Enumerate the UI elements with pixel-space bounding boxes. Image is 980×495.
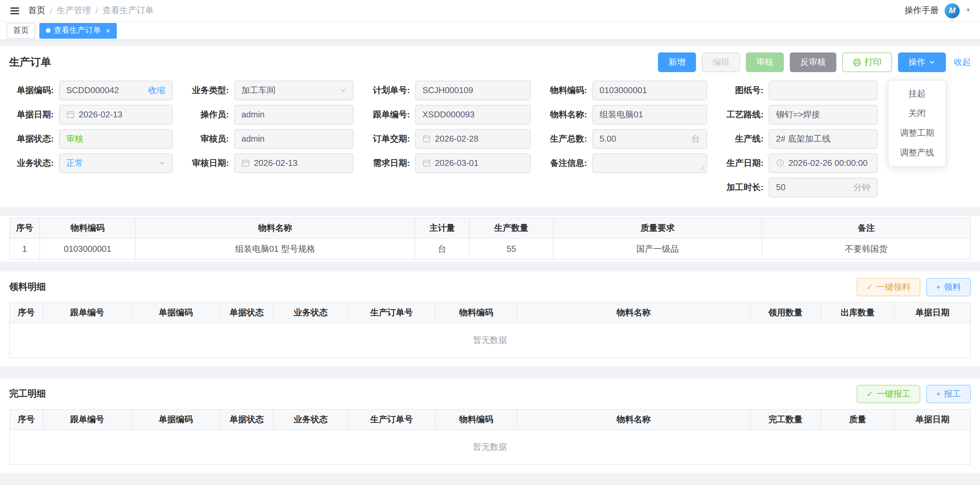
add-button[interactable]: 新增 (658, 52, 696, 72)
user-menu-caret-icon[interactable]: ▼ (966, 8, 971, 13)
collapse-panel-link[interactable]: 收起 (954, 56, 971, 68)
calendar-icon (242, 159, 250, 167)
unit-suffix: 台 (691, 133, 700, 144)
field-label: 备注信息: (542, 157, 592, 169)
delivery-date-picker[interactable]: 2026-02-28 (415, 129, 531, 149)
col-remark: 备注 (762, 218, 970, 238)
tab-home[interactable]: 首页 (6, 22, 35, 38)
col-seq: 序号 (10, 218, 40, 238)
tab-close-icon[interactable]: × (106, 27, 110, 35)
order-actions: 新增 编辑 审核 反审核 打印 操作 (658, 52, 971, 72)
edit-button[interactable]: 编辑 (702, 52, 740, 72)
top-navbar: 首页 / 生产管理 / 查看生产订单 操作手册 M ▼ (0, 0, 980, 22)
material-code-input[interactable]: 0103000001 (592, 80, 707, 100)
cell: 0103000001 (40, 238, 135, 259)
picking-button[interactable]: + 领料 (926, 278, 971, 296)
field-remark: 备注信息: (542, 153, 719, 173)
field-label: 生产线: (719, 133, 769, 144)
hamburger-icon (9, 5, 20, 16)
field-value: 2026-02-28 (435, 134, 479, 144)
field-label: 计划单号: (365, 84, 415, 96)
sidebar-toggle-button[interactable] (9, 5, 20, 16)
column-header: 物料名称 (517, 303, 750, 323)
table-header-row: 序号 物料编码 物料名称 主计量 生产数量 质量要求 备注 (10, 218, 970, 238)
empty-row: 暂无数据 (10, 430, 970, 465)
unaudit-button[interactable]: 反审核 (790, 52, 836, 72)
active-tab-dot-icon (46, 28, 51, 33)
bill-status-input[interactable]: 审核 (59, 129, 172, 149)
auditor-input[interactable]: admin (234, 129, 353, 149)
order-form: 单据编码: SCDD000042 收缩 业务类型: 加工车间 计划单号: SCJ… (9, 78, 971, 199)
track-no-input[interactable]: XSDD000093 (415, 105, 531, 124)
table-row[interactable]: 1 0103000001 组装电脑01 型号规格 台 55 国产一级品 不要韩国… (10, 238, 970, 259)
field-plan-no: 计划单号: SCJH000109 (365, 80, 542, 100)
completion-table: 序号 跟单编号 单据编码 单据状态 业务状态 生产订单号 物料编码 物料名称 完… (9, 409, 971, 465)
column-header: 业务状态 (273, 409, 348, 430)
manual-link[interactable]: 操作手册 (905, 5, 939, 16)
tab-view-production-order[interactable]: 查看生产订单 × (39, 22, 117, 38)
biz-status-select[interactable]: 正常 (59, 153, 172, 173)
breadcrumb-current: 查看生产订单 (103, 5, 154, 16)
printer-icon (853, 58, 861, 67)
production-date-picker[interactable]: 2026-02-26 00:00:00 (769, 153, 878, 173)
column-header: 物料编码 (435, 303, 517, 323)
empty-state-text: 暂无数据 (10, 430, 970, 465)
chevron-down-icon (159, 160, 165, 166)
audit-date-picker[interactable]: 2026-02-13 (234, 153, 353, 173)
field-label: 图纸号: (719, 84, 769, 96)
avatar-letter: M (949, 6, 955, 15)
drawing-no-input[interactable] (769, 80, 878, 100)
avatar[interactable]: M (945, 3, 960, 18)
unit-suffix: 分钟 (853, 181, 870, 193)
menu-item-close[interactable]: 关闭 (889, 103, 945, 123)
biz-type-select[interactable]: 加工车间 (234, 80, 353, 100)
breadcrumb-production-mgmt[interactable]: 生产管理 (57, 5, 91, 16)
field-value: 5.00 (600, 134, 616, 144)
field-label: 审核员: (185, 133, 234, 144)
next-section-card (0, 485, 980, 495)
button-label: 报工 (944, 388, 961, 400)
material-name-input[interactable]: 组装电脑01 (592, 105, 707, 124)
print-button[interactable]: 打印 (842, 52, 892, 72)
remark-textarea[interactable] (592, 153, 707, 173)
column-header: 单据编码 (132, 303, 220, 323)
field-label: 业务类型: (185, 84, 234, 96)
duration-input[interactable]: 50 分钟 (769, 177, 878, 197)
column-header: 生产订单号 (348, 303, 435, 323)
column-header: 业务状态 (273, 303, 348, 323)
production-line-input[interactable]: 2# 底架加工线 (769, 129, 878, 149)
col-qty: 生产数量 (469, 218, 553, 238)
field-label: 操作员: (185, 108, 234, 120)
field-material-name: 物料名称: 组装电脑01 (542, 105, 719, 124)
menu-item-adjust-line[interactable]: 调整产线 (889, 143, 945, 163)
plan-no-input[interactable]: SCJH000109 (415, 80, 531, 100)
bill-code-input[interactable]: SCDD000042 收缩 (59, 80, 172, 100)
field-operator: 操作员: admin (185, 105, 365, 124)
audit-button[interactable]: 审核 (746, 52, 784, 72)
route-input[interactable]: 铆钉=>焊接 (769, 105, 878, 124)
field-label: 物料名称: (542, 108, 592, 120)
report-work-button[interactable]: + 报工 (926, 385, 971, 403)
shrink-link[interactable]: 收缩 (148, 84, 165, 96)
quick-report-button[interactable]: ✓ 一键报工 (857, 385, 920, 403)
demand-date-picker[interactable]: 2026-03-01 (415, 153, 531, 173)
total-qty-input[interactable]: 5.00 台 (592, 129, 707, 149)
menu-item-suspend[interactable]: 挂起 (889, 84, 945, 103)
order-lines-table: 序号 物料编码 物料名称 主计量 生产数量 质量要求 备注 1 01030000… (9, 218, 971, 260)
field-biz-status: 业务状态: 正常 (9, 153, 185, 173)
bill-date-picker[interactable]: 2026-02-13 (59, 105, 172, 124)
breadcrumb-home[interactable]: 首页 (28, 5, 45, 16)
app-root: 首页 / 生产管理 / 查看生产订单 操作手册 M ▼ 首页 查看生产订单 × … (0, 0, 980, 495)
picking-details-card: 领料明细 ✓ 一键领料 + 领料 序号 跟单编 (0, 271, 980, 366)
field-value: admin (242, 134, 265, 144)
operate-button[interactable]: 操作 (898, 52, 946, 72)
chevron-down-icon (340, 87, 346, 94)
table-header-row: 序号 跟单编号 单据编码 单据状态 业务状态 生产订单号 物料编码 物料名称 领… (10, 303, 970, 323)
quick-picking-button[interactable]: ✓ 一键领料 (857, 278, 920, 296)
button-label: 领料 (944, 281, 961, 293)
column-header: 物料编码 (435, 409, 517, 430)
menu-item-adjust-schedule[interactable]: 调整工期 (889, 123, 945, 143)
tab-label: 首页 (13, 25, 29, 36)
operator-input[interactable]: admin (234, 105, 353, 124)
table-header-row: 序号 跟单编号 单据编码 单据状态 业务状态 生产订单号 物料编码 物料名称 完… (10, 409, 970, 430)
